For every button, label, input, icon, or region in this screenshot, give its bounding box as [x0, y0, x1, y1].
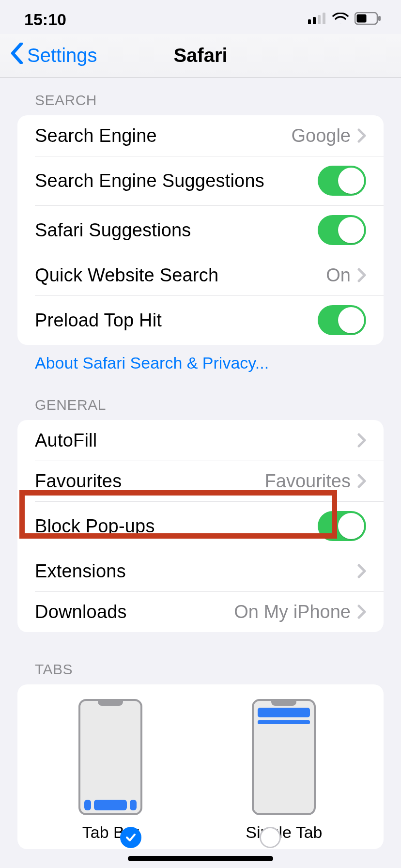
section-header-search: SEARCH [0, 78, 401, 115]
row-favourites[interactable]: Favourites Favourites [17, 461, 384, 501]
chevron-right-icon [357, 433, 366, 448]
svg-rect-2 [318, 15, 321, 24]
row-search-engine[interactable]: Search Engine Google [17, 115, 384, 156]
phone-mock-tab-bar [78, 699, 142, 815]
row-autofill[interactable]: AutoFill [17, 420, 384, 461]
chevron-right-icon [357, 564, 366, 578]
chevron-right-icon [357, 128, 366, 143]
wifi-icon [332, 13, 349, 26]
chevron-right-icon [357, 268, 366, 282]
label-block-popups: Block Pop-ups [35, 516, 155, 537]
radio-single-tab[interactable] [260, 827, 281, 848]
back-label: Settings [27, 45, 97, 66]
chevron-right-icon [357, 474, 366, 488]
cell-signal-icon [308, 13, 326, 26]
label-downloads: Downloads [35, 602, 127, 622]
label-search-engine: Search Engine [35, 125, 157, 146]
phone-mock-single-tab [252, 699, 316, 815]
svg-rect-5 [357, 15, 367, 23]
label-quick-website-search: Quick Website Search [35, 265, 218, 286]
svg-rect-0 [308, 19, 311, 24]
nav-bar: Settings Safari [0, 34, 401, 78]
status-icons [308, 12, 382, 27]
value-quick-website-search: On [326, 265, 351, 286]
about-search-privacy-link[interactable]: About Safari Search & Privacy... [0, 345, 401, 374]
value-favourites: Favourites [265, 471, 351, 492]
status-bar: 15:10 [0, 0, 401, 34]
toggle-safari-suggestions[interactable] [318, 215, 366, 245]
status-time: 15:10 [24, 10, 66, 29]
value-downloads: On My iPhone [234, 602, 351, 622]
label-preload-top-hit: Preload Top Hit [35, 310, 162, 331]
back-button[interactable]: Settings [10, 43, 97, 68]
home-indicator [128, 856, 273, 861]
page-title: Safari [173, 45, 227, 66]
row-block-popups: Block Pop-ups [17, 501, 384, 551]
section-header-general: GENERAL [0, 374, 401, 420]
row-preload-top-hit: Preload Top Hit [17, 295, 384, 345]
toggle-preload-top-hit[interactable] [318, 305, 366, 335]
group-tabs: Tab Bar Single Tab [17, 684, 384, 849]
section-header-tabs: TABS [0, 632, 401, 684]
svg-rect-3 [323, 13, 325, 24]
chevron-right-icon [357, 604, 366, 619]
row-quick-website-search[interactable]: Quick Website Search On [17, 255, 384, 295]
label-safari-suggestions: Safari Suggestions [35, 220, 191, 241]
group-search: Search Engine Google Search Engine Sugge… [17, 115, 384, 345]
toggle-block-popups[interactable] [318, 511, 366, 541]
chevron-left-icon [10, 43, 24, 68]
row-search-engine-suggestions: Search Engine Suggestions [17, 156, 384, 205]
svg-rect-1 [313, 17, 316, 24]
row-downloads[interactable]: Downloads On My iPhone [17, 591, 384, 632]
row-safari-suggestions: Safari Suggestions [17, 205, 384, 255]
battery-icon [355, 12, 382, 27]
label-favourites: Favourites [35, 471, 122, 492]
label-extensions: Extensions [35, 561, 126, 582]
value-search-engine: Google [291, 125, 351, 146]
row-extensions[interactable]: Extensions [17, 551, 384, 591]
svg-rect-6 [378, 16, 381, 21]
group-general: AutoFill Favourites Favourites Block Pop… [17, 420, 384, 632]
toggle-search-engine-suggestions[interactable] [318, 166, 366, 196]
label-autofill: AutoFill [35, 430, 97, 451]
radio-tab-bar-selected[interactable] [120, 827, 141, 848]
label-search-engine-suggestions: Search Engine Suggestions [35, 170, 264, 191]
